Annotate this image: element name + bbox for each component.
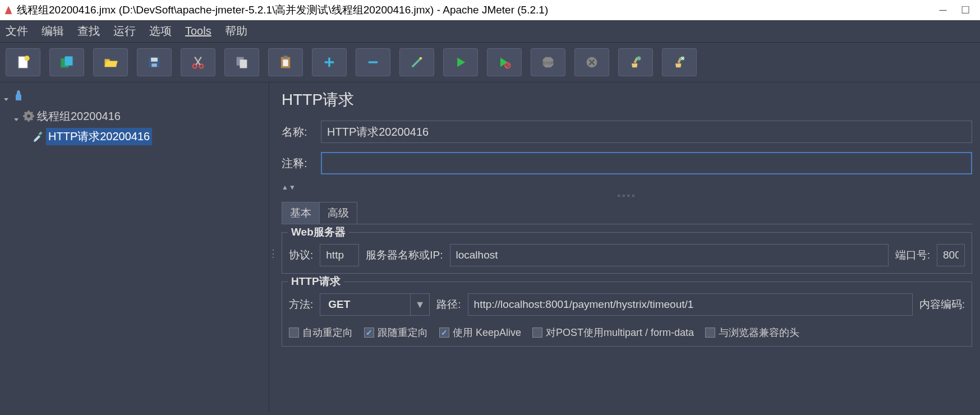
cut-icon xyxy=(190,54,206,70)
tree-label-thread-group: 线程组20200416 xyxy=(37,109,121,124)
port-label: 端口号: xyxy=(895,248,930,262)
templates-button[interactable] xyxy=(49,48,84,76)
clear-icon xyxy=(628,54,643,70)
name-input[interactable] xyxy=(321,121,972,143)
web-server-legend: Web服务器 xyxy=(288,225,349,239)
cut-button[interactable] xyxy=(181,48,215,76)
clear-all-icon xyxy=(671,54,687,70)
checkbox-auto-redirect[interactable]: 自动重定向 xyxy=(289,326,353,339)
chevron-down-icon: ▼ xyxy=(410,294,429,315)
svg-point-1 xyxy=(24,56,29,61)
checkbox-browser-compat[interactable]: 与浏览器兼容的头 xyxy=(705,326,799,339)
maximize-button[interactable]: ☐ xyxy=(954,4,977,16)
tab-basic[interactable]: 基本 xyxy=(282,202,320,224)
paste-icon xyxy=(278,54,293,70)
method-select[interactable]: GET ▼ xyxy=(320,293,430,316)
gear-icon xyxy=(22,110,35,122)
tree-label-http-request: HTTP请求20200416 xyxy=(46,128,152,145)
menu-help[interactable]: 帮助 xyxy=(225,24,247,39)
tabs: 基本 高级 xyxy=(282,202,972,224)
svg-point-14 xyxy=(420,57,422,60)
svg-rect-5 xyxy=(151,58,158,62)
jmeter-app-icon xyxy=(3,5,13,15)
server-label: 服务器名称或IP: xyxy=(366,248,443,262)
menu-search[interactable]: 查找 xyxy=(77,24,100,39)
expand-button[interactable] xyxy=(312,48,347,76)
port-input[interactable] xyxy=(937,244,965,266)
menu-run[interactable]: 运行 xyxy=(113,24,136,39)
tree-row-thread-group[interactable]: 线程组20200416 xyxy=(0,106,269,126)
path-input[interactable] xyxy=(468,293,913,316)
protocol-input[interactable] xyxy=(320,244,359,266)
paste-button[interactable] xyxy=(268,48,303,76)
editor-title: HTTP请求 xyxy=(282,89,972,110)
svg-rect-3 xyxy=(65,57,73,66)
http-request-legend: HTTP请求 xyxy=(288,274,344,289)
server-input[interactable] xyxy=(450,244,889,266)
svg-rect-10 xyxy=(240,59,247,68)
shutdown-button[interactable] xyxy=(574,48,609,76)
start-no-timers-icon xyxy=(496,54,512,70)
test-plan-tree[interactable]: 线程组20200416 HTTP请求20200416 xyxy=(0,82,269,412)
svg-rect-23 xyxy=(38,131,42,135)
tab-advanced[interactable]: 高级 xyxy=(319,202,357,224)
http-request-fieldset: HTTP请求 方法: GET ▼ 路径: 内容编码: 自动重定向 ✓跟随重定向 … xyxy=(282,282,972,347)
method-label: 方法: xyxy=(289,297,313,312)
start-no-timers-button[interactable] xyxy=(487,48,522,76)
checkbox-follow-redirect[interactable]: ✓跟随重定向 xyxy=(364,326,428,339)
checkbox-row: 自动重定向 ✓跟随重定向 ✓使用 KeepAlive 对POST使用multip… xyxy=(289,326,965,339)
comment-input[interactable] xyxy=(321,152,972,174)
templates-icon xyxy=(59,54,75,70)
vertical-splitter[interactable] xyxy=(269,82,274,412)
svg-text:STOP: STOP xyxy=(543,61,554,65)
method-value: GET xyxy=(320,298,410,311)
svg-point-18 xyxy=(637,57,641,61)
tree-row-http-request[interactable]: HTTP请求20200416 xyxy=(0,126,269,146)
stop-icon: STOP xyxy=(540,54,556,70)
toggle-button[interactable] xyxy=(399,48,434,76)
checkbox-keepalive[interactable]: ✓使用 KeepAlive xyxy=(439,326,521,339)
protocol-label: 协议: xyxy=(289,248,313,262)
wand-icon xyxy=(409,54,425,70)
start-icon xyxy=(453,54,468,70)
copy-icon xyxy=(234,54,250,70)
collapse-arrows-icon[interactable]: ▲▼ xyxy=(282,183,972,191)
expand-toggle-icon[interactable] xyxy=(12,113,20,119)
titlebar: 线程组20200416.jmx (D:\DevSoft\apache-jmete… xyxy=(0,0,980,20)
copy-button[interactable] xyxy=(224,48,259,76)
stop-button[interactable]: STOP xyxy=(531,48,565,76)
web-server-fieldset: Web服务器 协议: 服务器名称或IP: 端口号: xyxy=(282,232,972,274)
svg-point-22 xyxy=(27,114,30,118)
new-file-button[interactable] xyxy=(6,48,40,76)
minimize-button[interactable]: ─ xyxy=(932,4,954,16)
expand-toggle-icon[interactable] xyxy=(2,93,10,99)
collapse-button[interactable] xyxy=(356,48,390,76)
horizontal-splitter[interactable]: «»«» xyxy=(282,192,972,199)
menu-tools[interactable]: Tools xyxy=(185,25,211,38)
toolbar: STOP xyxy=(0,43,980,82)
new-file-icon xyxy=(15,54,31,70)
start-button[interactable] xyxy=(443,48,478,76)
svg-rect-20 xyxy=(17,90,20,91)
editor-panel: HTTP请求 名称: 注释: ▲▼ «»«» 基本 高级 Web服务器 协议: … xyxy=(274,82,980,412)
menu-edit[interactable]: 编辑 xyxy=(42,24,64,39)
main: 线程组20200416 HTTP请求20200416 HTTP请求 名称: 注释… xyxy=(0,82,980,412)
menu-file[interactable]: 文件 xyxy=(6,24,28,39)
open-button[interactable] xyxy=(93,48,128,76)
path-label: 路径: xyxy=(436,297,461,312)
svg-rect-13 xyxy=(283,59,288,66)
svg-rect-12 xyxy=(284,56,288,58)
menubar: 文件 编辑 查找 运行 选项 Tools 帮助 xyxy=(0,20,980,43)
tree-row-test-plan[interactable] xyxy=(0,86,269,106)
checkbox-multipart[interactable]: 对POST使用multipart / form-data xyxy=(532,326,694,339)
name-label: 名称: xyxy=(282,125,313,140)
plus-icon xyxy=(321,54,337,70)
svg-rect-6 xyxy=(151,63,157,67)
menu-options[interactable]: 选项 xyxy=(149,24,172,39)
clear-button[interactable] xyxy=(618,48,653,76)
encoding-label: 内容编码: xyxy=(919,297,965,312)
test-plan-icon xyxy=(12,90,25,102)
clear-all-button[interactable] xyxy=(662,48,697,76)
window-title: 线程组20200416.jmx (D:\DevSoft\apache-jmete… xyxy=(17,3,932,17)
save-button[interactable] xyxy=(137,48,172,76)
